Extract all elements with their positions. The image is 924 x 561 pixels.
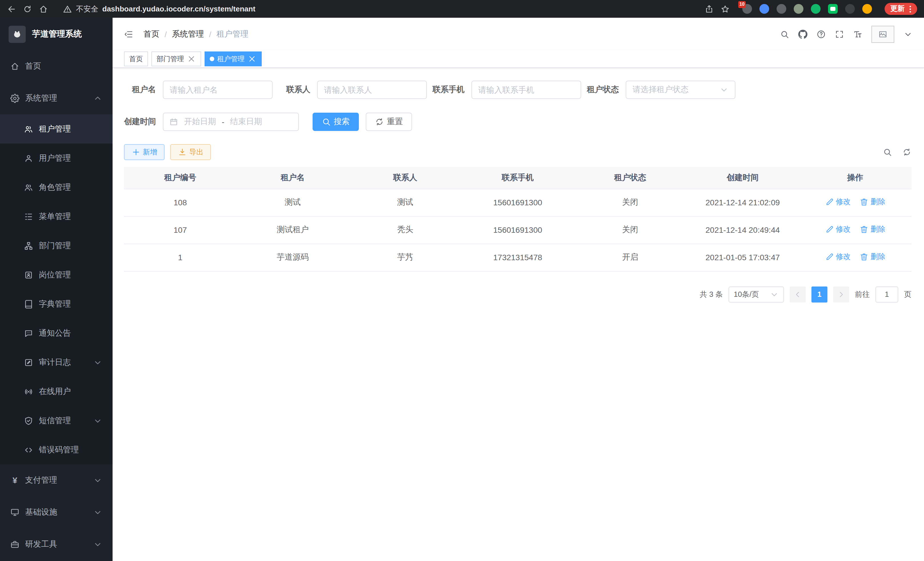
cell-contact: 秃头 <box>349 216 461 244</box>
bookmark-star-icon[interactable] <box>721 4 730 14</box>
sidebar-item-user-management[interactable]: 用户管理 <box>0 144 112 173</box>
reload-icon[interactable] <box>23 4 32 14</box>
search-icon[interactable] <box>780 29 789 39</box>
back-icon[interactable] <box>7 4 16 14</box>
create-time-label: 创建时间 <box>124 117 163 127</box>
extension-icon[interactable] <box>811 4 820 14</box>
sidebar-item-error-code[interactable]: 错误码管理 <box>0 435 112 464</box>
tab-dept-management[interactable]: 部门管理 <box>152 51 201 66</box>
export-button[interactable]: 导出 <box>170 144 211 160</box>
cell-contact: 测试 <box>349 189 461 216</box>
tab-tenant-management[interactable]: 租户管理 <box>205 51 262 66</box>
sidebar-item-audit-log[interactable]: 审计日志 <box>0 348 112 377</box>
download-icon <box>178 147 187 157</box>
phone-input[interactable] <box>471 81 581 99</box>
filter-phone: 联系手机 <box>433 81 581 99</box>
delete-label: 删除 <box>871 252 885 262</box>
chevron-down-icon[interactable] <box>903 29 913 39</box>
tags-view-bar: 首页 部门管理 租户管理 <box>112 50 924 68</box>
sidebar-item-post-management[interactable]: 岗位管理 <box>0 260 112 289</box>
hamburger-fold-icon[interactable] <box>124 29 133 39</box>
tab-home[interactable]: 首页 <box>124 51 148 66</box>
delete-button[interactable]: 删除 <box>860 197 885 207</box>
sidebar-item-dev-tools[interactable]: 研发工具 <box>0 528 112 560</box>
extension-icon[interactable] <box>862 4 872 14</box>
tenant-name-input[interactable] <box>163 81 273 99</box>
goto-label: 前往 <box>855 289 870 299</box>
search-toggle-icon[interactable] <box>883 147 892 157</box>
chevron-up-icon <box>93 94 102 103</box>
app-logo[interactable]: 芋道管理系统 <box>0 18 112 50</box>
calendar-icon <box>169 117 178 126</box>
edit-button[interactable]: 修改 <box>825 197 850 207</box>
extension-icon[interactable]: 10 <box>742 4 752 14</box>
extension-icon[interactable] <box>845 4 855 14</box>
edit-button[interactable]: 修改 <box>825 252 850 262</box>
gear-icon <box>10 94 20 103</box>
sidebar-item-infrastructure[interactable]: 基础设施 <box>0 496 112 528</box>
sidebar-item-label: 错误码管理 <box>39 445 79 455</box>
breadcrumb-home[interactable]: 首页 <box>143 29 159 39</box>
edit-button[interactable]: 修改 <box>825 224 850 235</box>
chevron-down-icon <box>93 358 102 367</box>
contact-input[interactable] <box>317 81 427 99</box>
fullscreen-icon[interactable] <box>835 29 844 39</box>
reset-button[interactable]: 重置 <box>366 113 412 131</box>
users-icon <box>24 124 33 134</box>
prev-page-button[interactable] <box>790 286 806 302</box>
tab-label: 租户管理 <box>217 54 244 64</box>
sidebar-item-label: 菜单管理 <box>39 211 71 222</box>
share-icon[interactable] <box>705 4 714 14</box>
delete-button[interactable]: 删除 <box>860 252 885 262</box>
extension-icon[interactable] <box>828 4 838 14</box>
sidebar-item-label: 在线用户 <box>39 386 71 397</box>
avatar[interactable] <box>872 26 894 43</box>
sidebar-item-dict-management[interactable]: 字典管理 <box>0 289 112 319</box>
page-size-select[interactable]: 10条/页 <box>729 286 784 302</box>
question-icon[interactable] <box>817 29 826 39</box>
arrow-right-icon <box>837 290 846 299</box>
date-range-input[interactable]: 开始日期 - 结束日期 <box>163 113 299 131</box>
add-button[interactable]: 新增 <box>124 144 165 160</box>
sidebar-item-tenant-management[interactable]: 租户管理 <box>0 114 112 144</box>
sidebar-item-role-management[interactable]: 角色管理 <box>0 173 112 202</box>
next-page-button[interactable] <box>833 286 849 302</box>
table-toolbar-right <box>883 147 911 157</box>
delete-button[interactable]: 删除 <box>860 224 885 235</box>
font-size-icon[interactable] <box>853 29 862 39</box>
address-bar[interactable]: 不安全 dashboard.yudao.iocoder.cn/system/te… <box>63 4 255 14</box>
extension-icon[interactable] <box>777 4 786 14</box>
page-number-button[interactable]: 1 <box>812 286 827 302</box>
close-icon[interactable] <box>248 54 256 63</box>
sidebar-item-notice[interactable]: 通知公告 <box>0 319 112 348</box>
chat-glyph <box>830 7 836 11</box>
sidebar-item-payment[interactable]: ¥ 支付管理 <box>0 464 112 496</box>
extension-icon[interactable] <box>759 4 769 14</box>
browser-home-icon[interactable] <box>39 4 48 14</box>
cell-status: 关闭 <box>574 189 687 216</box>
status-select[interactable]: 请选择租户状态 <box>626 81 735 99</box>
cell-phone: 15601691300 <box>461 216 574 244</box>
sidebar-item-dept-management[interactable]: 部门管理 <box>0 231 112 260</box>
github-icon[interactable] <box>798 29 807 39</box>
cell-phone: 17321315478 <box>461 244 574 271</box>
trash-icon <box>860 252 869 261</box>
cell-tenant-id: 1 <box>124 244 237 271</box>
refresh-table-icon[interactable] <box>902 147 911 157</box>
sidebar-item-sms-management[interactable]: 短信管理 <box>0 406 112 435</box>
extension-icon[interactable] <box>794 4 803 14</box>
sidebar-item-menu-management[interactable]: 菜单管理 <box>0 202 112 231</box>
sidebar-item-online-users[interactable]: 在线用户 <box>0 377 112 406</box>
kebab-menu-icon[interactable] <box>906 4 915 14</box>
update-button[interactable]: 更新 <box>885 3 917 15</box>
refresh-icon <box>375 117 384 126</box>
sidebar-item-home[interactable]: 首页 <box>0 50 112 82</box>
extensions-area: 10 <box>742 4 872 14</box>
close-icon[interactable] <box>187 54 196 63</box>
filter-status: 租户状态 请选择租户状态 <box>587 81 735 99</box>
goto-page-input[interactable] <box>875 286 898 302</box>
breadcrumb-system[interactable]: 系统管理 <box>172 29 204 39</box>
search-button[interactable]: 搜索 <box>313 113 359 131</box>
screen: 不安全 dashboard.yudao.iocoder.cn/system/te… <box>0 0 924 561</box>
sidebar-item-system-management[interactable]: 系统管理 <box>0 82 112 114</box>
